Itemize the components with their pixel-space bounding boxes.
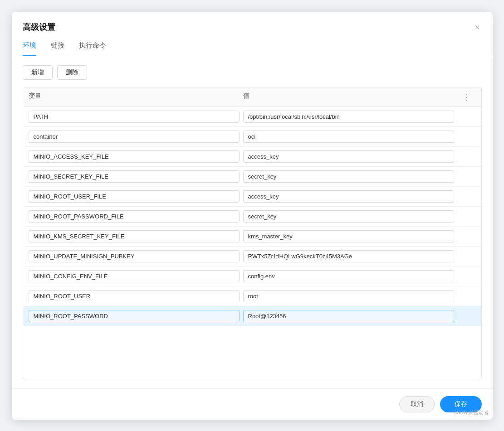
val-input[interactable] [243,290,454,302]
tab-content: 新增 删除 变量 值 ⋮ [12,56,493,388]
var-input[interactable] [29,290,240,302]
tab-bar: 环境链接执行命令 [12,34,493,56]
delete-button[interactable]: 删除 [57,65,87,80]
val-input[interactable] [243,210,454,223]
val-input[interactable] [243,150,454,163]
dialog-title: 高级设置 [23,22,55,33]
dialog-footer: 取消 保存 [12,388,493,420]
table-row[interactable] [23,167,481,187]
table-row[interactable] [23,187,481,207]
val-input[interactable] [243,230,454,242]
val-input[interactable] [243,170,454,183]
watermark: CSDN @漫动者 [453,409,489,416]
table-row[interactable] [23,107,481,127]
var-input[interactable] [29,250,240,262]
tab-执行命令[interactable]: 执行命令 [79,41,106,56]
col-val-header: 值 [243,92,458,102]
var-input[interactable] [29,170,240,183]
var-input[interactable] [29,210,240,223]
var-input[interactable] [29,111,240,123]
table-header: 变量 值 ⋮ [23,87,481,107]
table-row[interactable] [23,266,481,286]
var-input[interactable] [29,230,240,242]
val-input[interactable] [243,111,454,123]
tab-链接[interactable]: 链接 [51,41,64,56]
var-input[interactable] [29,190,240,203]
var-input[interactable] [29,310,240,322]
table-body [23,107,481,326]
col-var-header: 变量 [29,92,243,102]
val-input[interactable] [243,131,454,143]
table-row[interactable] [23,227,481,247]
table-actions-menu[interactable]: ⋮ [458,92,476,102]
advanced-settings-dialog: 高级设置 × 环境链接执行命令 新增 删除 变量 值 ⋮ 取消 保存 CSDN … [12,12,493,420]
dialog-header: 高级设置 × [12,12,493,34]
table-row[interactable] [23,147,481,167]
cancel-button[interactable]: 取消 [399,396,435,412]
val-input[interactable] [243,190,454,203]
val-input[interactable] [243,250,454,262]
val-input[interactable] [243,310,454,322]
close-button[interactable]: × [473,21,482,34]
table-row[interactable] [23,306,481,326]
val-input[interactable] [243,270,454,282]
var-input[interactable] [29,131,240,143]
var-input[interactable] [29,270,240,282]
table-row[interactable] [23,247,481,266]
toolbar: 新增 删除 [23,65,482,80]
env-table: 变量 值 ⋮ [23,87,482,379]
table-row[interactable] [23,127,481,147]
table-row[interactable] [23,286,481,306]
add-button[interactable]: 新增 [23,65,53,80]
table-row[interactable] [23,207,481,227]
var-input[interactable] [29,150,240,163]
tab-环境[interactable]: 环境 [23,41,36,56]
